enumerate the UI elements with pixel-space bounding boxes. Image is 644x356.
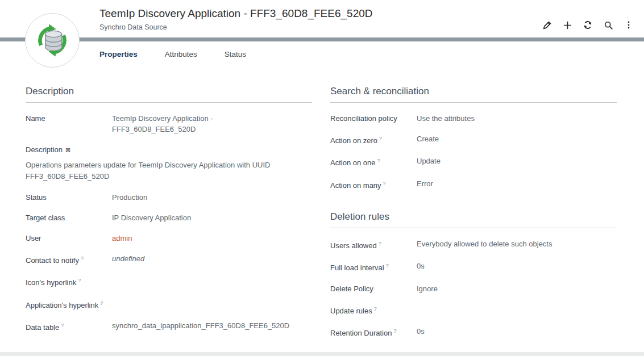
field-action-on-zero: Action on zero? Create [330,133,617,146]
field-value: Production [112,192,312,203]
section-deletion-rules: Deletion rules Users allowed? Everybody … [330,211,617,338]
field-label: Reconciliation policy [330,113,417,124]
field-status: Status Production [26,192,312,203]
field-icons-hyperlink: Icon's hyperlink? [26,275,312,288]
field-value: 0s [417,326,617,338]
refresh-icon[interactable] [581,19,594,31]
field-value [112,298,312,311]
field-target-class: Target class IP Discovery Application [26,212,312,223]
help-hint: ? [81,256,84,261]
tab-properties[interactable]: Properties [99,50,138,58]
help-hint: ? [393,328,396,334]
field-label: Name [26,113,112,135]
field-label: Application's hyperlink? [26,298,112,311]
field-action-on-many: Action on many? Error [330,178,617,191]
field-name: Name TeemIp Discovery Application - FFF3… [26,113,312,135]
section-description: Description Name TeemIp Discovery Applic… [26,86,312,333]
field-label: User [26,233,112,244]
help-hint: ? [377,158,380,164]
section-title-description: Description [26,86,312,103]
field-users-allowed: Users allowed? Everybody allowed to dele… [330,238,617,251]
properties-panel: Description Name TeemIp Discovery Applic… [0,66,644,348]
help-hint: ? [374,306,377,312]
tab-attributes[interactable]: Attributes [165,50,197,58]
field-action-on-one: Action on one? Update [330,156,617,168]
field-applications-hyperlink: Application's hyperlink? [26,298,312,311]
section-search-reconciliation: Search & reconciliation Reconciliation p… [330,86,617,191]
field-full-load-interval: Full load interval? 0s [330,261,617,273]
section-title-search-reconciliation: Search & reconciliation [330,86,617,103]
help-hint: ? [61,323,64,328]
help-hint: ? [386,263,389,269]
field-value: 0s [417,261,617,273]
description-toggle-icon[interactable]: ⊠ [65,146,70,153]
help-hint: ? [383,181,386,186]
bottom-edge-strip [0,352,644,356]
field-user: User admin [26,233,312,244]
field-delete-policy: Delete Policy Ignore [330,283,617,294]
tab-bar: Properties Attributes Status [0,41,644,66]
left-column: Description Name TeemIp Discovery Applic… [26,86,312,348]
field-label: Icon's hyperlink? [26,275,112,288]
field-value: admin [112,233,312,244]
field-update-rules: Update rules? [330,304,617,316]
field-label: Action on zero? [330,133,417,146]
field-label: Contact to notify? [26,253,112,266]
field-contact-to-notify: Contact to notify? undefined [26,253,312,266]
page-header: TeemIp Discovery Application - FFF3_60D8… [0,0,644,37]
field-value [112,275,312,288]
field-data-table: Data table? synchro_data_ipapplication_F… [26,320,312,333]
user-link[interactable]: admin [112,234,132,242]
field-label: Action on many? [330,178,417,191]
help-hint: ? [100,300,103,306]
field-value: Error [417,178,617,191]
field-value: Use the attributes [417,113,617,124]
field-value: Create [417,133,617,146]
field-label: Users allowed? [330,238,417,251]
field-value: Everybody allowed to delete such objects [417,238,617,251]
right-column: Search & reconciliation Reconciliation p… [330,86,617,348]
field-label: Full load interval? [330,261,417,273]
help-hint: ? [379,241,381,246]
field-value: IP Discovery Application [112,212,312,223]
field-value: Update [417,156,617,168]
field-value [417,304,617,316]
edit-icon[interactable] [541,19,553,31]
field-label: Retention Duration? [330,326,417,338]
field-label: Description⊠ [26,144,312,156]
section-title-deletion-rules: Deletion rules [330,211,617,228]
help-hint: ? [379,136,382,141]
field-label: Update rules? [330,304,417,316]
field-reconciliation-policy: Reconciliation policy Use the attributes [330,113,617,124]
add-icon[interactable] [561,19,574,31]
field-value: Ignore [417,283,617,294]
object-logo [25,13,80,68]
field-value: Operations parameters update for TeemIp … [26,160,312,182]
tab-status[interactable]: Status [225,50,246,58]
field-label: Target class [26,212,112,223]
field-retention-duration: Retention Duration? 0s [330,326,617,338]
field-description: Description⊠ Operations parameters updat… [26,144,312,182]
header-toolbar [541,19,635,31]
field-label: Action on one? [330,156,417,168]
field-value: synchro_data_ipapplication_FFF3_60D8_FEE… [112,320,312,333]
help-hint: ? [78,278,81,283]
more-menu-icon[interactable] [622,19,635,31]
field-value: undefined [112,253,312,266]
field-value: TeemIp Discovery Application - FFF3_60D8… [112,113,236,135]
header-divider-bar [0,37,644,41]
search-icon[interactable] [602,19,614,31]
database-sync-icon [34,22,71,59]
field-label: Status [26,192,112,203]
field-label: Data table? [26,320,112,333]
field-label: Delete Policy [330,283,417,294]
